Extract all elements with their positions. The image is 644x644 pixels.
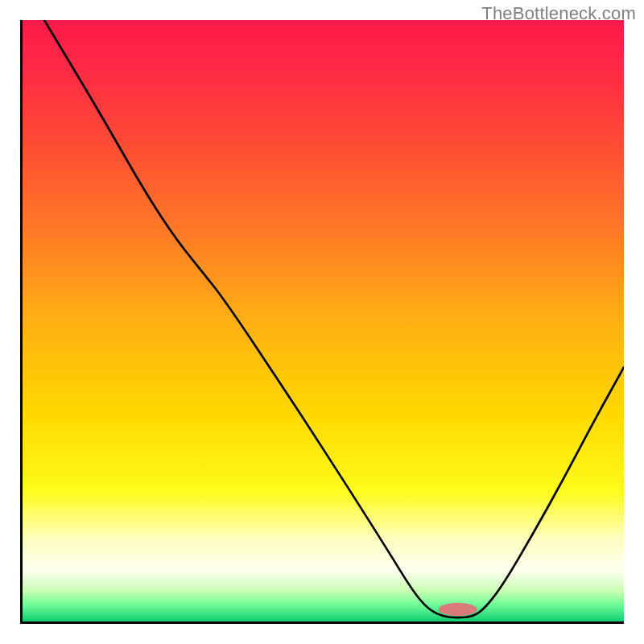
chart-svg [20,20,624,624]
plot-area [20,20,624,624]
optimal-marker [439,603,477,617]
chart-stage: TheBottleneck.com [0,0,644,644]
svg-point-0 [439,603,477,617]
axis-y [20,20,23,624]
axis-x [20,621,624,624]
